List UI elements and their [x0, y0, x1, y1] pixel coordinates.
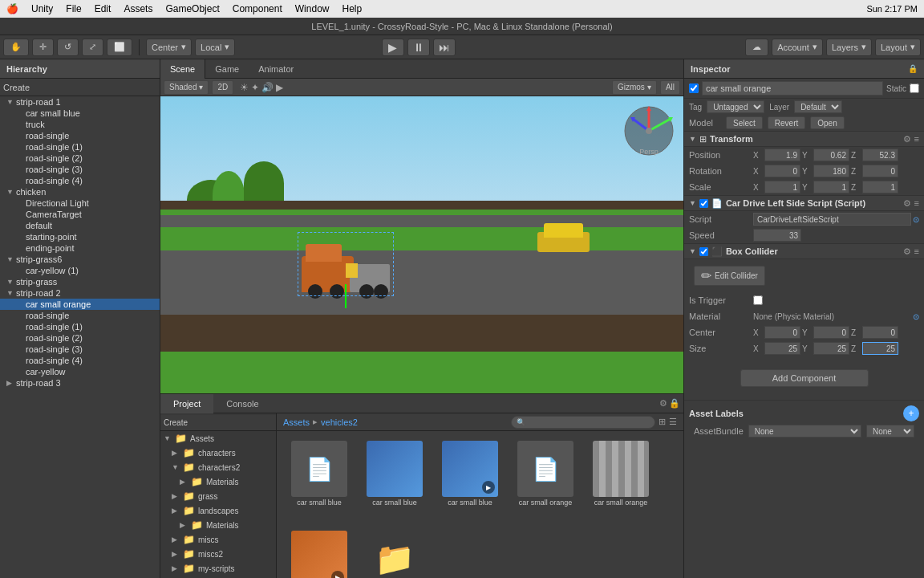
transform-menu-icon[interactable]: ≡	[914, 134, 919, 144]
select-button[interactable]: Select	[726, 116, 763, 129]
center-z-field[interactable]	[862, 326, 898, 339]
hierarchy-item[interactable]: ▼strip-grass	[0, 276, 160, 287]
size-z-field[interactable]	[862, 342, 898, 355]
asset-item[interactable]: 📄car small orange	[509, 438, 582, 510]
panel-lock-icon[interactable]: 🔒	[669, 398, 680, 409]
edit-collider-button[interactable]: ✏ Edit Collider	[694, 266, 765, 286]
transform-tool-hand[interactable]: ✋	[3, 39, 29, 56]
scale-x-field[interactable]	[764, 181, 800, 193]
asset-bundle-select[interactable]: None	[748, 425, 861, 438]
tab-console[interactable]: Console	[213, 394, 271, 413]
size-y-field[interactable]	[813, 342, 849, 355]
pause-button[interactable]: ⏸	[407, 39, 430, 56]
project-sidebar-item[interactable]: ▶📁Materials	[160, 518, 276, 532]
script-settings-icon[interactable]: ⚙	[903, 198, 911, 209]
position-y-field[interactable]	[813, 149, 849, 161]
hierarchy-item[interactable]: road-single	[0, 310, 160, 321]
project-sidebar-item[interactable]: ▼📁Assets	[160, 431, 276, 446]
project-search-box[interactable]: 🔍	[511, 416, 655, 429]
menu-unity[interactable]: Unity	[31, 3, 53, 14]
scale-z-field[interactable]	[862, 181, 898, 193]
hierarchy-item[interactable]: road-single (3)	[0, 164, 160, 175]
shading-dropdown[interactable]: Shaded ▾	[164, 80, 209, 95]
script-link-icon[interactable]: ⊙	[913, 215, 919, 224]
add-component-button[interactable]: Add Component	[740, 369, 869, 387]
asset-labels-add-icon[interactable]: +	[903, 405, 919, 421]
position-x-field[interactable]	[764, 149, 800, 161]
size-x-field[interactable]	[764, 342, 800, 355]
space-dropdown[interactable]: Local ▾	[195, 39, 235, 56]
tag-select[interactable]: Untagged	[707, 100, 764, 113]
hierarchy-item[interactable]: Directional Light	[0, 197, 160, 209]
rotation-x-field[interactable]	[764, 165, 800, 177]
asset-item[interactable]: 📁Materials	[359, 527, 431, 578]
hierarchy-item[interactable]: truck	[0, 119, 160, 130]
anim-icon[interactable]: ▶	[276, 82, 283, 93]
hierarchy-item[interactable]: road-single (1)	[0, 141, 160, 153]
fx-icon[interactable]: ✦	[251, 82, 259, 93]
menu-file[interactable]: File	[66, 3, 81, 14]
script-enabled-checkbox[interactable]	[699, 199, 708, 208]
hierarchy-item[interactable]: CameraTarget	[0, 209, 160, 220]
center-y-field[interactable]	[813, 326, 849, 339]
position-z-field[interactable]	[862, 149, 898, 161]
asset-item[interactable]: 📄car small blue	[283, 438, 355, 510]
hierarchy-create-btn[interactable]: Create	[3, 83, 30, 92]
hierarchy-item[interactable]: starting-point	[0, 231, 160, 242]
object-name-field[interactable]	[702, 81, 883, 96]
project-sidebar-item[interactable]: ▶📁my-scripts	[160, 561, 276, 576]
transform-tool-rect[interactable]: ⬜	[107, 39, 132, 56]
static-checkbox[interactable]	[910, 83, 919, 93]
layer-select[interactable]: Default	[794, 100, 842, 113]
script-section-header[interactable]: ▼ 📄 Car Drive Left Side Script (Script) …	[684, 195, 924, 211]
apple-menu[interactable]: 🍎	[6, 3, 18, 14]
list-view-icon[interactable]: ☰	[669, 417, 677, 427]
transform-tool-scale[interactable]: ⤢	[82, 39, 103, 56]
scene-search[interactable]: All	[660, 80, 680, 95]
hierarchy-item[interactable]: default	[0, 220, 160, 231]
project-sidebar-item[interactable]: ▶📁characters	[160, 446, 276, 460]
hierarchy-item[interactable]: ▼strip-grass6	[0, 254, 160, 265]
tab-animator[interactable]: Animator	[249, 59, 303, 79]
hierarchy-item[interactable]: ending-point	[0, 242, 160, 254]
scene-gizmo[interactable]: Persp	[621, 103, 677, 159]
menu-gameobject[interactable]: GameObject	[165, 3, 219, 14]
pivot-dropdown[interactable]: Center ▾	[146, 39, 192, 56]
hierarchy-item[interactable]: car-yellow (1)	[0, 265, 160, 276]
menu-edit[interactable]: Edit	[95, 3, 111, 14]
grid-view-icon[interactable]: ⊞	[659, 417, 666, 427]
breadcrumb-assets[interactable]: Assets	[283, 417, 310, 427]
transform-tool-move[interactable]: ✛	[32, 39, 54, 56]
scale-y-field[interactable]	[813, 181, 849, 193]
menu-window[interactable]: Window	[295, 3, 330, 14]
asset-item[interactable]: car small orange	[585, 438, 657, 510]
tab-game[interactable]: Game	[205, 59, 249, 79]
step-button[interactable]: ⏭	[433, 39, 456, 56]
hierarchy-item[interactable]: car small blue	[0, 108, 160, 119]
rotation-y-field[interactable]	[813, 165, 849, 177]
collider-menu-icon[interactable]: ≡	[914, 246, 919, 257]
trigger-checkbox[interactable]	[753, 295, 763, 305]
asset-item[interactable]: car small blue	[359, 438, 431, 510]
project-sidebar-item[interactable]: ▶📁grass	[160, 489, 276, 503]
hierarchy-item[interactable]: ▼chicken	[0, 186, 160, 197]
hierarchy-item[interactable]: road-single (4)	[0, 175, 160, 186]
layout-dropdown[interactable]: Layout ▾	[875, 39, 921, 56]
account-dropdown[interactable]: Account ▾	[772, 39, 823, 56]
menu-component[interactable]: Component	[233, 3, 282, 14]
project-sidebar-item[interactable]: ▶📁Materials	[160, 474, 276, 489]
tab-project[interactable]: Project	[160, 394, 213, 413]
audio-icon[interactable]: 🔊	[261, 82, 274, 93]
collider-enabled-checkbox[interactable]	[699, 247, 708, 256]
hierarchy-item[interactable]: road-single	[0, 130, 160, 141]
project-sidebar-item[interactable]: ▶📁miscs	[160, 532, 276, 547]
hierarchy-item[interactable]: ▼strip-road 2	[0, 287, 160, 299]
play-button[interactable]: ▶	[382, 39, 404, 56]
menu-help[interactable]: Help	[342, 3, 362, 14]
project-sidebar-item[interactable]: ▼📁characters2	[160, 460, 276, 474]
speed-field[interactable]	[753, 229, 801, 242]
2d-button[interactable]: 2D	[212, 80, 233, 95]
project-create-btn[interactable]: Create	[164, 418, 188, 427]
asset-labels-header[interactable]: Asset Labels +	[689, 404, 919, 423]
hierarchy-item[interactable]: ▼strip-road 1	[0, 96, 160, 108]
